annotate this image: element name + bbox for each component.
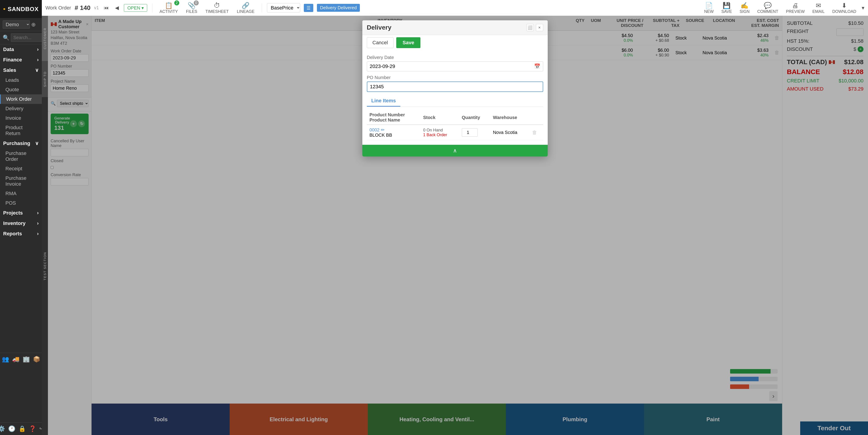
chevron-down-icon: ∨ xyxy=(35,140,39,146)
sidebar-inventory-label: Inventory xyxy=(3,221,26,226)
chevron-right-icon: › xyxy=(37,231,39,237)
sidebar-data-label: Data xyxy=(3,46,14,53)
env-dropdown[interactable]: Demo xyxy=(3,20,30,29)
topbar-right-actions: 📄 NEW 💾 SAVE ✍ SIGN 💬 COMMENT 🖨 PREVIEW … xyxy=(702,1,864,15)
email-icon: ✉ xyxy=(816,2,821,9)
td-delete: 🗑 xyxy=(529,125,543,140)
sidebar-item-product-return[interactable]: Product Return xyxy=(0,123,42,138)
calendar-icon[interactable]: 📅 xyxy=(534,64,540,69)
lineage-icon: 🔗 xyxy=(242,2,250,9)
sidebar-item-purchasing[interactable]: Purchasing ∨ xyxy=(0,138,42,148)
tab-line-items[interactable]: Line Items xyxy=(367,96,401,107)
sidebar-item-leads[interactable]: Leads xyxy=(0,75,42,85)
email-action[interactable]: ✉ EMAIL xyxy=(810,1,827,15)
settings-icon[interactable]: ⚙️ xyxy=(0,425,5,432)
td-product-info: 0002 ✏ BLOCK BB xyxy=(367,125,421,140)
line-item-row: 0002 ✏ BLOCK BB 0 On Hand 1 Back Order xyxy=(367,125,543,140)
chevron-right-icon: › xyxy=(37,210,39,216)
topbar-lineage-action[interactable]: 🔗 LINEAGE xyxy=(235,1,257,15)
sidebar-item-projects[interactable]: Projects › xyxy=(0,208,42,218)
preview-action[interactable]: 🖨 PREVIEW xyxy=(784,1,807,15)
activity-count: 2 xyxy=(174,0,179,5)
sidebar: ▶ SANDBOX Demo ⊕ 🔍 Data › Finance › Sale… xyxy=(0,0,42,435)
sidebar-item-receipt[interactable]: Receipt xyxy=(0,164,42,173)
modal-footer-bar[interactable]: ∧ xyxy=(362,145,548,157)
search-input[interactable] xyxy=(11,33,42,42)
status-badge[interactable]: OPEN ▾ xyxy=(124,4,147,12)
help-icon[interactable]: ❓ xyxy=(29,425,36,432)
sidebar-item-reports[interactable]: Reports › xyxy=(0,229,42,239)
po-number-modal-input[interactable] xyxy=(367,81,543,92)
modal-overlay[interactable]: Delivery ⬜ × Cancel Save Delivery Date 2… xyxy=(42,16,868,435)
stock-on-hand: 0 On Hand xyxy=(423,128,456,133)
comment-label: COMMENT xyxy=(757,9,778,14)
download-action[interactable]: ⬇ DOWNLOAD xyxy=(830,1,859,15)
nav-first-icon[interactable]: ⏮ xyxy=(102,4,110,12)
env-selector[interactable]: Demo ⊕ xyxy=(0,18,42,31)
users-icon[interactable]: 👥 xyxy=(2,356,9,363)
sidebar-item-sales[interactable]: Sales ∨ xyxy=(0,65,42,75)
download-icon: ⬇ xyxy=(842,2,847,9)
sidebar-reports-label: Reports xyxy=(3,231,22,237)
modal-top-actions: Cancel Save xyxy=(362,35,548,51)
delivery-date-display: 2023-09-29 📅 xyxy=(367,61,543,71)
sidebar-item-purchase-order[interactable]: Purchase Order xyxy=(0,148,42,164)
download-label: DOWNLOAD xyxy=(832,9,856,14)
clock-icon[interactable]: 🕐 xyxy=(8,425,16,432)
product-link[interactable]: 0002 xyxy=(370,127,380,133)
preview-icon: 🖨 xyxy=(792,2,798,9)
comment-action[interactable]: 💬 COMMENT xyxy=(755,1,780,15)
files-label: FILES xyxy=(186,9,197,14)
env-search-icon[interactable]: ⊕ xyxy=(31,22,36,28)
sidebar-item-workorder[interactable]: Work Order xyxy=(0,94,42,104)
sidebar-item-invoice[interactable]: Invoice xyxy=(0,113,42,123)
sign-icon: ✍ xyxy=(741,2,748,9)
sign-action[interactable]: ✍ SIGN xyxy=(737,1,752,15)
topbar-files-action[interactable]: 0 📎 FILES xyxy=(184,1,199,15)
comment-icon: 💬 xyxy=(764,2,772,9)
sidebar-item-quote[interactable]: Quote xyxy=(0,85,42,94)
cancel-button[interactable]: Cancel xyxy=(367,37,394,48)
sidebar-item-pos[interactable]: POS xyxy=(0,198,42,208)
product-name: BLOCK BB xyxy=(370,133,418,138)
sidebar-item-inventory[interactable]: Inventory › xyxy=(0,218,42,229)
sidebar-settings-bar: ⚙️ 🕐 🔒 ❓ ↪ xyxy=(0,422,42,435)
stock-backorder: 1 Back Order xyxy=(423,133,456,137)
modal-body: Delivery Date 2023-09-29 📅 PO Number Lin… xyxy=(362,51,548,145)
delete-line-item-btn[interactable]: 🗑 xyxy=(532,130,537,135)
more-icon[interactable]: ▾ xyxy=(862,5,864,11)
sidebar-item-delivery[interactable]: Delivery xyxy=(0,104,42,113)
modal-footer-chevron-icon: ∧ xyxy=(453,147,457,154)
lock-icon[interactable]: 🔒 xyxy=(19,425,26,432)
price-select[interactable]: BasePrice xyxy=(267,3,300,12)
td-stock: 0 On Hand 1 Back Order xyxy=(421,125,459,140)
price-toggle-btn[interactable]: ☰ xyxy=(304,4,313,12)
sidebar-item-purchase-invoice[interactable]: Purchase Invoice xyxy=(0,173,42,189)
sidebar-item-finance[interactable]: Finance › xyxy=(0,55,42,65)
lineage-label: LINEAGE xyxy=(237,9,254,14)
edit-product-icon[interactable]: ✏ xyxy=(381,127,385,133)
sidebar-item-rma[interactable]: RMA xyxy=(0,189,42,198)
save-button[interactable]: Save xyxy=(396,37,421,48)
timesheet-icon: ⏱ xyxy=(214,2,220,9)
save-icon: 💾 xyxy=(723,2,731,9)
building-icon[interactable]: 🏢 xyxy=(23,356,30,363)
modal-maximize-btn[interactable]: ⬜ xyxy=(526,24,534,31)
th-warehouse: Warehouse xyxy=(490,110,529,125)
quantity-input[interactable] xyxy=(462,128,477,137)
modal-titlebar: Delivery ⬜ × xyxy=(362,20,548,35)
truck-icon[interactable]: 🚚 xyxy=(12,356,20,363)
topbar-timesheet-action[interactable]: ⏱ TIMESHEET xyxy=(203,1,231,15)
nav-prev-icon[interactable]: ◀ xyxy=(114,4,120,12)
save-label: SAVE xyxy=(721,9,732,14)
save-action[interactable]: 💾 SAVE xyxy=(719,1,734,15)
chevron-right-icon: › xyxy=(37,221,39,226)
new-action[interactable]: 📄 NEW xyxy=(702,1,716,15)
sidebar-logo: ▶ SANDBOX xyxy=(0,0,42,18)
box-icon[interactable]: 📦 xyxy=(33,356,40,363)
sidebar-item-data[interactable]: Data › xyxy=(0,44,42,55)
modal-close-btn[interactable]: × xyxy=(536,24,543,31)
topbar-activity-action[interactable]: 2 📋 ACTIVITY xyxy=(157,1,180,15)
td-quantity xyxy=(459,125,490,140)
preview-label: PREVIEW xyxy=(786,9,805,14)
